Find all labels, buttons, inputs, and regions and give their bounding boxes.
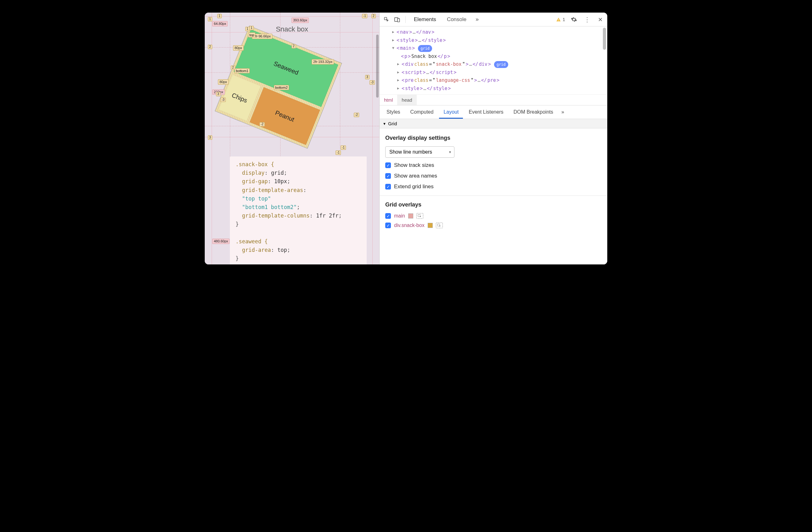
subtab-computed[interactable]: Computed — [406, 106, 438, 119]
subtab-event-listeners[interactable]: Event Listeners — [464, 106, 508, 119]
svg-rect-5 — [418, 214, 420, 216]
reveal-element-icon[interactable] — [436, 223, 443, 228]
ln-n3a: -3 — [220, 98, 226, 102]
area-bottom1: bottom1 — [235, 68, 250, 73]
more-tabs-icon[interactable]: » — [473, 15, 481, 24]
inspect-element-icon[interactable] — [382, 15, 391, 24]
svg-rect-4 — [558, 20, 559, 21]
kebab-menu-icon[interactable]: ⋮ — [583, 15, 592, 24]
ln-1b: 1 — [249, 26, 254, 30]
label-track-sizes: Show track sizes — [394, 162, 434, 168]
page-row-3: 3 — [208, 135, 212, 140]
checkbox-area-names[interactable]: ✓ — [385, 173, 391, 179]
tab-console[interactable]: Console — [443, 13, 471, 26]
devtools-panel: Elements Console » 1 ⋮ ▶<nav>…</nav> — [379, 13, 607, 264]
settings-icon[interactable] — [569, 15, 578, 24]
label-area-names: Show area names — [394, 173, 437, 179]
ln-2a: 2 — [291, 44, 296, 48]
ln-n2b: -2 — [354, 113, 359, 117]
checkbox-track-sizes[interactable]: ✓ — [385, 163, 391, 168]
ln-n1a: -1 — [336, 151, 341, 155]
breadcrumb: html head — [380, 95, 607, 106]
grid-badge-snackbox[interactable]: grid — [494, 61, 508, 68]
devtools-toolbar: Elements Console » 1 ⋮ — [380, 13, 607, 26]
svg-rect-6 — [437, 224, 440, 226]
grid-section-header[interactable]: ▼ Grid — [380, 119, 607, 128]
device-toolbar-icon[interactable] — [393, 15, 402, 24]
grid-col2-size: 2fr·193.32px — [311, 59, 334, 65]
overlay-name-main[interactable]: main — [394, 213, 405, 219]
dom-scrollbar[interactable] — [603, 28, 606, 50]
ln-1a: 1 — [245, 27, 250, 31]
warnings-indicator[interactable]: 1 — [556, 17, 565, 22]
label-extend-lines: Extend grid lines — [394, 183, 434, 190]
page-col-2: 2 — [372, 14, 376, 18]
measure-bottom-height: 480.60px — [212, 239, 230, 244]
page-title: Snack box — [205, 25, 379, 33]
ln-n3b: -3 — [369, 80, 375, 85]
ln-n1b: -1 — [340, 145, 346, 150]
overlay-row-main: ✓ main — [385, 213, 601, 219]
ln-3: 3 — [216, 92, 220, 96]
overlay-row-snackbox: ✓ div.snack-box — [385, 223, 601, 228]
grid-row2-size: 80px — [233, 45, 244, 51]
area-top: top — [248, 32, 255, 38]
color-swatch-snackbox[interactable] — [428, 223, 433, 228]
measure-left-height: 64.80px — [212, 21, 228, 26]
css-code-block: .snack-box { display: grid; grid-gap: 10… — [230, 156, 367, 264]
line-numbers-select[interactable]: Show line numbers — [385, 146, 454, 158]
checkbox-overlay-main[interactable]: ✓ — [385, 213, 391, 219]
page-row-1: 1 — [208, 17, 212, 22]
area-bottom2: bottom2 — [274, 85, 289, 90]
page-col-neg1: -1 — [362, 14, 367, 18]
warning-count: 1 — [563, 17, 565, 22]
grid-row3-size: 80px — [218, 79, 229, 85]
checkbox-extend-lines[interactable]: ✓ — [385, 184, 391, 190]
measure-top-width: 393.60px — [291, 18, 309, 23]
styles-subtabs: Styles Computed Layout Event Listeners D… — [380, 106, 607, 119]
crumb-head[interactable]: head — [397, 95, 416, 105]
color-swatch-main[interactable] — [408, 213, 413, 219]
disclosure-triangle-icon: ▼ — [383, 122, 386, 126]
grid-badge-main[interactable]: grid — [418, 45, 432, 52]
svg-rect-3 — [558, 19, 559, 20]
subtab-styles[interactable]: Styles — [382, 106, 405, 119]
crumb-html[interactable]: html — [380, 95, 397, 105]
ln-3b: 3 — [365, 75, 369, 79]
subtab-layout[interactable]: Layout — [439, 106, 463, 119]
tab-elements[interactable]: Elements — [409, 13, 440, 26]
preview-scrollbar[interactable] — [376, 34, 379, 98]
dom-tree[interactable]: ▶<nav>…</nav> ▶<style>…</style> ▼<main>g… — [380, 26, 607, 95]
layout-panel: Overlay display settings Show line numbe… — [380, 128, 607, 264]
page-row-2: 2 — [208, 45, 212, 49]
ln-n2: -2 — [259, 122, 265, 127]
subtab-dom-breakpoints[interactable]: DOM Breakpoints — [509, 106, 557, 119]
grid-section-label: Grid — [388, 121, 397, 126]
reveal-element-icon[interactable] — [416, 213, 423, 219]
page-col-1: 1 — [217, 14, 222, 18]
overlay-name-snackbox[interactable]: div.snack-box — [394, 223, 424, 228]
close-devtools-icon[interactable] — [596, 15, 605, 24]
devtools-window: 393.60px 64.80px 222px 480.60px 1 -1 2 1… — [205, 13, 607, 264]
svg-rect-2 — [397, 18, 400, 22]
overlay-settings-heading: Overlay display settings — [385, 135, 601, 141]
checkbox-overlay-snackbox[interactable]: ✓ — [385, 223, 391, 228]
grid-overlays-heading: Grid overlays — [385, 201, 601, 208]
subtab-more-icon[interactable]: » — [559, 106, 567, 119]
rendered-page-preview: 393.60px 64.80px 222px 480.60px 1 -1 2 1… — [205, 13, 379, 264]
